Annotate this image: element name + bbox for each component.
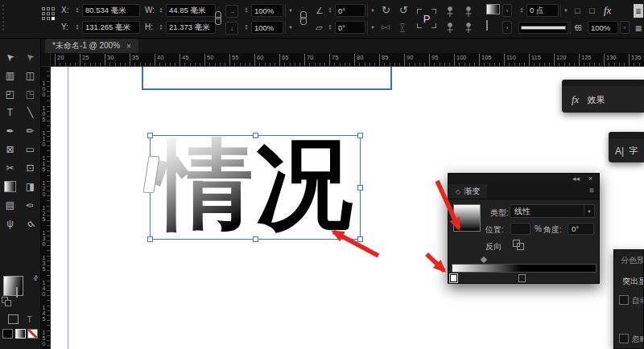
autosize-right-button[interactable]: → <box>225 5 238 18</box>
y-input[interactable]: 131.265 毫米 <box>82 21 140 34</box>
selection-handle[interactable] <box>357 185 363 191</box>
x-input[interactable]: 80.534 毫米 <box>82 4 140 17</box>
y-stepper[interactable] <box>74 22 80 33</box>
stroke-weight-stepper[interactable] <box>518 5 525 16</box>
auto-refresh-checkbox[interactable] <box>619 295 629 305</box>
fill-dropdown[interactable]: › <box>502 4 512 17</box>
rectangle-tool[interactable]: ▭ <box>22 141 39 158</box>
selection-handle[interactable] <box>253 133 258 138</box>
selection-handle[interactable] <box>357 236 363 242</box>
refpoint-cell[interactable] <box>52 7 55 10</box>
fill-color-swatch[interactable] <box>486 4 500 14</box>
page-tool[interactable]: ▥ <box>2 67 19 84</box>
anchored-object-icons[interactable] <box>444 5 480 34</box>
ignore-checkbox[interactable] <box>619 334 629 343</box>
gradient-swatch-tool[interactable] <box>2 178 19 195</box>
control-panel-menu-icon[interactable]: ≣ <box>634 4 643 18</box>
scale-x-dropdown[interactable] <box>285 4 295 17</box>
panel-grip[interactable] <box>609 132 644 138</box>
default-fill-stroke-icon[interactable] <box>2 297 10 306</box>
swap-fill-stroke-icon[interactable]: ⇄ <box>31 273 40 282</box>
opacity-dropdown[interactable]: › <box>620 21 630 34</box>
gradient-type-dropdown-arrow[interactable] <box>584 205 594 218</box>
constrain-scale-link-icon[interactable] <box>299 11 308 26</box>
gradient-type-select[interactable]: 线性 <box>510 204 595 218</box>
panel-grip[interactable] <box>562 80 644 86</box>
collapse-panel-icon[interactable]: ◂◂ <box>572 174 580 183</box>
separations-preview-panel[interactable]: 分色预览 突出显示 自动刷新 忽略跨页 <box>613 249 644 349</box>
autosize-down-button[interactable]: ↓ <box>225 22 238 35</box>
gradient-stop-white[interactable] <box>450 274 457 282</box>
toolbar-stroke-swatch[interactable] <box>16 287 18 298</box>
document-tab[interactable]: *未命名-1 @ 200% × <box>45 39 138 53</box>
selection-handle[interactable] <box>253 236 258 242</box>
stroke-color-swatch[interactable] <box>486 20 488 31</box>
scale-y-input[interactable]: 100% <box>251 21 283 34</box>
shear-stepper[interactable] <box>327 22 333 33</box>
rotation-dropdown[interactable] <box>367 4 378 17</box>
hand-tool[interactable]: ψ <box>2 215 19 232</box>
refpoint-cell-selected[interactable] <box>52 17 55 20</box>
gradient-tab[interactable]: ◇ 渐变 <box>448 184 487 199</box>
gradient-ramp[interactable] <box>452 264 597 273</box>
line-tool[interactable]: ╲ <box>22 104 39 121</box>
panel-state-icon[interactable]: ◇ <box>456 188 460 195</box>
effects-dock-panel[interactable]: fx 效果 <box>562 80 644 113</box>
scissors-tool[interactable]: ✂ <box>2 159 19 176</box>
select-container-proxy[interactable]: P <box>417 9 436 28</box>
margin-guide[interactable] <box>68 66 68 349</box>
rotate-ccw-button[interactable]: ↺ <box>399 4 408 17</box>
fit-frame-icon[interactable]: ⊞ <box>575 21 582 34</box>
rotation-stepper[interactable] <box>327 5 333 16</box>
gradient-stop-black[interactable] <box>518 274 526 282</box>
effects-fx-button[interactable]: fx <box>604 4 611 17</box>
toolbar-fill-swatch[interactable] <box>3 276 23 296</box>
character-dock-panel[interactable]: A| 字 <box>609 132 644 162</box>
selected-text-frame[interactable]: 情况 <box>150 135 361 240</box>
selection-tool[interactable]: ➤ <box>2 48 19 65</box>
note-tool[interactable]: ▤ <box>2 196 19 213</box>
formatting-affects-text-button[interactable]: T <box>27 314 32 324</box>
refpoint-cell[interactable] <box>47 12 50 15</box>
selection-handle[interactable] <box>357 133 363 138</box>
control-bar-grip[interactable] <box>2 5 8 32</box>
content-collector-tool[interactable]: ◰ <box>2 85 19 102</box>
content-placer-tool[interactable]: ◳ <box>22 85 39 102</box>
pencil-tool[interactable]: ✏ <box>22 122 39 139</box>
view-options-icon[interactable]: ⋯ <box>16 346 24 349</box>
h-input[interactable]: 21.373 毫米 <box>166 21 216 34</box>
refpoint-cell[interactable] <box>42 7 45 10</box>
stroke-style-preview[interactable] <box>518 22 568 34</box>
separations-tab-label[interactable]: 分色预览 <box>621 255 644 266</box>
headline-text[interactable]: 情况 <box>155 128 365 240</box>
refpoint-cell[interactable] <box>47 7 50 10</box>
stroke-dropdown[interactable]: › <box>502 21 512 34</box>
eyedropper-tool[interactable]: ✑ <box>22 196 39 213</box>
refpoint-cell[interactable] <box>52 12 55 15</box>
rotate-cw-button[interactable]: ↻ <box>382 4 390 17</box>
h-stepper[interactable] <box>158 22 164 33</box>
stop-position-input[interactable] <box>510 223 530 235</box>
apply-none-button[interactable] <box>27 329 38 339</box>
flip-vertical-button[interactable]: ▷◁ <box>396 24 409 31</box>
panel-list-icon[interactable]: ▦ <box>634 21 643 35</box>
shear-input[interactable]: 0° <box>335 21 365 34</box>
panel-menu-icon[interactable]: ≡ <box>589 186 594 195</box>
zoom-tool[interactable]: q <box>22 215 39 232</box>
gradient-angle-input[interactable]: 0° <box>568 223 594 235</box>
w-input[interactable]: 44.85 毫米 <box>166 4 216 17</box>
text-frame-outline[interactable] <box>142 66 392 90</box>
refpoint-cell[interactable] <box>42 12 45 15</box>
gradient-panel[interactable]: ◂◂ × ◇ 渐变 ≡ 类型: 线性 位置: % 角度: 0° 反向 <box>448 173 600 284</box>
refpoint-cell[interactable] <box>42 17 45 20</box>
formatting-affects-container-button[interactable] <box>8 314 19 324</box>
shear-dropdown[interactable] <box>367 21 378 34</box>
gap-tool[interactable]: ◫ <box>22 67 39 84</box>
tab-close-icon[interactable]: × <box>126 42 131 51</box>
w-stepper[interactable] <box>158 5 164 16</box>
pen-tool[interactable]: ✒ <box>2 122 19 139</box>
gradient-feather-tool[interactable]: ◨ <box>22 178 39 195</box>
direct-selection-tool[interactable]: ➤ <box>22 48 39 65</box>
apply-gradient-button[interactable] <box>15 329 26 339</box>
scale-x-stepper[interactable] <box>243 5 250 16</box>
